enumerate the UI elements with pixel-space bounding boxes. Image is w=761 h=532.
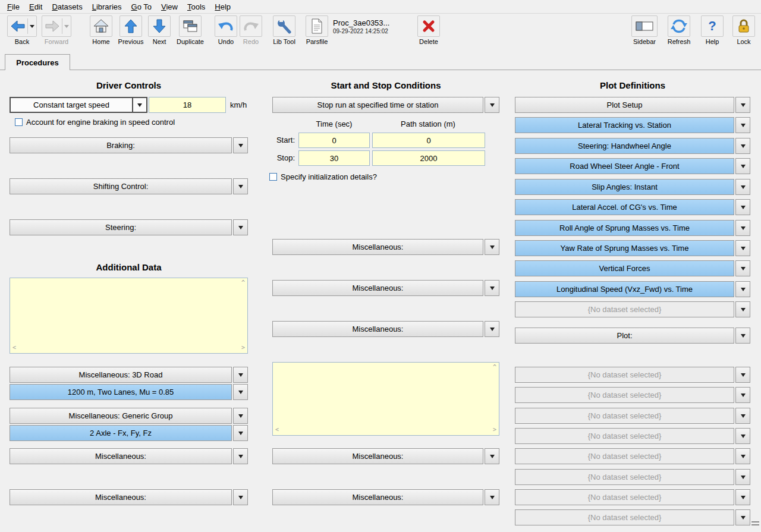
start-station-input[interactable]: [372, 133, 485, 148]
no-dataset-label[interactable]: {No dataset selected}: [515, 428, 734, 444]
dropdown-arrow-button[interactable]: [735, 158, 750, 174]
dropdown-arrow-button[interactable]: [485, 97, 499, 113]
scroll-left-icon[interactable]: <: [275, 427, 279, 433]
plot-slot-label[interactable]: Roll Angle of Sprung Masses vs. Time: [515, 220, 734, 236]
plot-slot-label[interactable]: Vertical Forces: [515, 260, 734, 276]
dropdown-arrow-button[interactable]: [485, 280, 499, 296]
back-button[interactable]: Back: [6, 15, 38, 45]
lib-tool-button[interactable]: Lib Tool: [270, 15, 298, 45]
plot-slot-label[interactable]: Road Wheel Steer Angle - Front: [515, 158, 734, 174]
steering-dropdown-label[interactable]: Steering:: [10, 219, 232, 235]
next-button[interactable]: Next: [147, 15, 171, 45]
stop-condition-label[interactable]: Stop run at specified time or station: [272, 97, 483, 113]
parsfile-button[interactable]: Parsfile: [303, 15, 331, 45]
dropdown-arrow-button[interactable]: [735, 469, 750, 485]
no-dataset-label[interactable]: {No dataset selected}: [515, 448, 734, 464]
refresh-button[interactable]: Refresh: [665, 15, 693, 45]
no-dataset-label[interactable]: {No dataset selected}: [515, 408, 734, 424]
dropdown-arrow-button[interactable]: [233, 489, 248, 505]
plot-setup-label[interactable]: Plot Setup: [515, 97, 734, 113]
dropdown-arrow-button[interactable]: [485, 489, 499, 505]
dropdown-arrow-button[interactable]: [735, 448, 750, 464]
menu-edit[interactable]: Edit: [24, 2, 47, 11]
plot-slot-label[interactable]: Yaw Rate of Sprung Masses vs. Time: [515, 240, 734, 256]
no-dataset-label[interactable]: {No dataset selected}: [515, 367, 734, 383]
dropdown-arrow-button[interactable]: [233, 178, 248, 194]
dropdown-arrow-button[interactable]: [735, 387, 750, 403]
scroll-up-icon[interactable]: ^: [241, 280, 245, 286]
duplicate-button[interactable]: Duplicate: [174, 15, 207, 45]
misc-dropdown-label[interactable]: Miscellaneous:: [272, 321, 483, 337]
menu-datasets[interactable]: Datasets: [47, 2, 87, 11]
plot-dropdown-label[interactable]: Plot:: [515, 328, 734, 344]
dropdown-arrow-button[interactable]: [233, 425, 248, 441]
home-button[interactable]: Home: [88, 15, 114, 45]
road-dataset-label[interactable]: 1200 m, Two Lanes, Mu = 0.85: [10, 384, 232, 400]
menu-tools[interactable]: Tools: [183, 2, 210, 11]
dropdown-arrow-button[interactable]: [735, 328, 750, 344]
misc-dropdown-label[interactable]: Miscellaneous:: [272, 280, 483, 296]
tab-procedures[interactable]: Procedures: [5, 54, 70, 70]
dropdown-arrow-button[interactable]: [233, 219, 248, 235]
no-dataset-label[interactable]: {No dataset selected}: [515, 301, 734, 317]
dropdown-arrow-button[interactable]: [735, 301, 750, 317]
misc-dropdown-label[interactable]: Miscellaneous:: [272, 489, 483, 505]
target-speed-input[interactable]: [149, 97, 226, 113]
stop-station-input[interactable]: [372, 150, 485, 166]
misc-dropdown-label[interactable]: Miscellaneous:: [10, 448, 232, 464]
start-stop-notes-textarea[interactable]: ^ < >: [272, 362, 499, 436]
no-dataset-label[interactable]: {No dataset selected}: [515, 469, 734, 485]
dropdown-arrow-button[interactable]: [485, 239, 499, 255]
dropdown-arrow-button[interactable]: [735, 117, 750, 133]
menu-libraries[interactable]: Libraries: [87, 2, 127, 11]
misc-dropdown-label[interactable]: Miscellaneous:: [272, 448, 483, 464]
shifting-control-label[interactable]: Shifting Control:: [10, 178, 232, 194]
dropdown-arrow-button[interactable]: [233, 367, 248, 383]
dropdown-arrow-button[interactable]: [735, 240, 750, 256]
scroll-right-icon[interactable]: >: [241, 345, 245, 351]
dropdown-arrow-button[interactable]: [233, 384, 248, 400]
dropdown-arrow-button[interactable]: [735, 179, 750, 195]
dropdown-arrow-button[interactable]: [485, 321, 499, 337]
dropdown-arrow-button[interactable]: [233, 137, 248, 153]
dropdown-arrow-button[interactable]: [233, 408, 248, 424]
speed-mode-label[interactable]: Constant target speed: [11, 98, 132, 112]
misc-generic-group-label[interactable]: Miscellaneous: Generic Group: [10, 408, 232, 424]
dropdown-arrow-button[interactable]: [132, 98, 146, 112]
dropdown-arrow-button[interactable]: [735, 281, 750, 297]
resize-grip[interactable]: [751, 521, 759, 527]
no-dataset-label[interactable]: {No dataset selected}: [515, 489, 734, 505]
dropdown-arrow-button[interactable]: [735, 367, 750, 383]
scroll-right-icon[interactable]: >: [493, 427, 496, 433]
plot-slot-label[interactable]: Lateral Accel. of CG's vs. Time: [515, 199, 734, 215]
scroll-up-icon[interactable]: ^: [493, 364, 496, 370]
dropdown-arrow-button[interactable]: [735, 199, 750, 215]
dropdown-arrow-button[interactable]: [735, 489, 750, 505]
menu-file[interactable]: File: [2, 2, 24, 11]
dropdown-arrow-button[interactable]: [735, 428, 750, 444]
help-button[interactable]: ? Help: [699, 15, 725, 45]
dropdown-arrow-button[interactable]: [233, 448, 248, 464]
dropdown-arrow-button[interactable]: [485, 448, 499, 464]
menu-goto[interactable]: Go To: [127, 2, 156, 11]
misc-3d-road-label[interactable]: Miscellaneous: 3D Road: [10, 367, 232, 383]
dropdown-arrow-button[interactable]: [735, 138, 750, 154]
undo-button[interactable]: Undo: [214, 15, 238, 45]
delete-button[interactable]: Delete: [415, 15, 442, 45]
start-time-input[interactable]: [298, 133, 370, 148]
dropdown-arrow-button[interactable]: [735, 97, 750, 113]
dropdown-arrow-button[interactable]: [735, 408, 750, 424]
plot-slot-label[interactable]: Slip Angles: Instant: [515, 179, 734, 195]
braking-dropdown-label[interactable]: Braking:: [10, 137, 232, 153]
menu-help[interactable]: Help: [210, 2, 235, 11]
stop-time-input[interactable]: [298, 150, 370, 166]
plot-slot-label[interactable]: Steering: Handwheel Angle: [515, 138, 734, 154]
additional-data-textarea[interactable]: ^ < >: [10, 278, 248, 354]
init-details-checkbox[interactable]: [269, 173, 277, 181]
menu-view[interactable]: View: [156, 2, 183, 11]
plot-slot-label[interactable]: Lateral Tracking vs. Station: [515, 117, 734, 133]
scroll-left-icon[interactable]: <: [12, 345, 16, 351]
dropdown-arrow-button[interactable]: [735, 509, 750, 525]
plot-slot-label[interactable]: Longitudinal Speed (Vxz_Fwd) vs. Time: [515, 281, 734, 297]
previous-button[interactable]: Previous: [117, 15, 145, 45]
